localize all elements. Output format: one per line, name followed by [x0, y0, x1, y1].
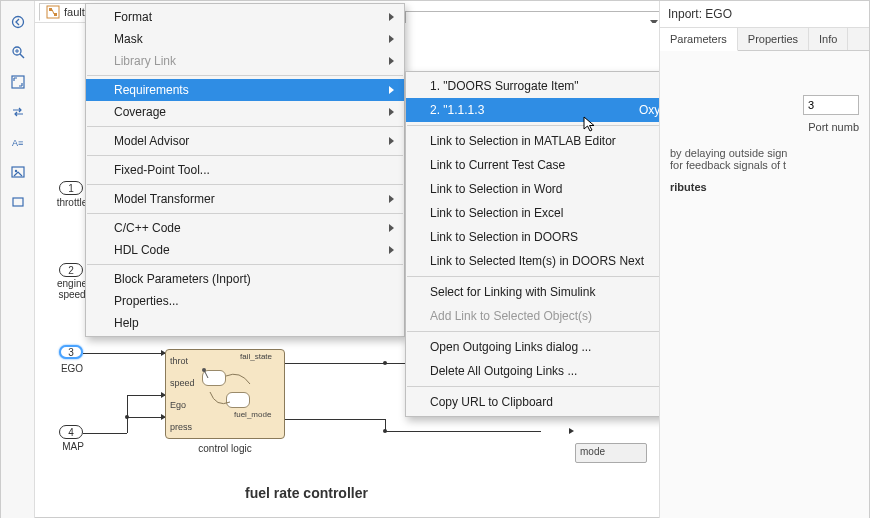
menu-separator — [87, 213, 403, 214]
submenu-item-label: Link to Current Test Case — [430, 158, 565, 172]
mode-block[interactable]: mode — [575, 443, 647, 463]
inport-2[interactable]: 2 — [59, 263, 83, 277]
menu-separator — [87, 126, 403, 127]
menu-item-coverage[interactable]: Coverage — [86, 101, 404, 123]
menu-item-hdl-code[interactable]: HDL Code — [86, 239, 404, 261]
svg-rect-12 — [54, 13, 57, 16]
submenu-item-label: 1. "DOORS Surrogate Item" — [430, 79, 579, 93]
tab-info[interactable]: Info — [809, 28, 848, 50]
port-number: 4 — [68, 427, 74, 438]
text-icon[interactable]: A≡ — [7, 131, 29, 153]
wire — [83, 433, 127, 434]
rect-icon[interactable] — [7, 191, 29, 213]
svg-text:A≡: A≡ — [12, 138, 23, 148]
submenu-arrow-icon — [389, 224, 394, 232]
canvas-title: fuel rate controller — [245, 485, 368, 501]
menu-item-c-c-code[interactable]: C/C++ Code — [86, 217, 404, 239]
pin-press: press — [170, 422, 192, 432]
port-number: 3 — [68, 347, 74, 358]
submenu-item-label: Link to Selection in Word — [430, 182, 563, 196]
menu-item-mask[interactable]: Mask — [86, 28, 404, 50]
pin-throt: throt — [170, 356, 188, 366]
port-number-input[interactable] — [803, 95, 859, 115]
context-menu: FormatMaskLibrary LinkRequirementsCovera… — [85, 3, 405, 337]
mode-label: mode — [580, 446, 605, 457]
menu-item-label: C/C++ Code — [114, 221, 181, 235]
wire — [127, 417, 128, 433]
inspector-body: Port numb by delaying outside sign for f… — [660, 51, 869, 201]
junction — [125, 415, 129, 419]
submenu-arrow-icon — [389, 137, 394, 145]
swap-icon[interactable] — [7, 101, 29, 123]
svg-point-8 — [14, 170, 16, 172]
menu-item-label: Coverage — [114, 105, 166, 119]
inport-3-selected[interactable]: 3 — [59, 345, 83, 359]
wire — [285, 419, 385, 420]
svg-rect-9 — [13, 198, 23, 206]
menu-separator — [87, 184, 403, 185]
tab-parameters[interactable]: Parameters — [660, 28, 738, 51]
menu-item-label: HDL Code — [114, 243, 170, 257]
submenu-item-label: Add Link to Selected Object(s) — [430, 309, 592, 323]
menu-item-format[interactable]: Format — [86, 6, 404, 28]
menu-item-block-parameters-inport[interactable]: Block Parameters (Inport) — [86, 268, 404, 290]
port-label-text: Port numb — [808, 121, 859, 133]
left-toolbar: A≡ — [1, 1, 35, 518]
submenu-item-label: Link to Selection in Excel — [430, 206, 563, 220]
submenu-arrow-icon — [389, 13, 394, 21]
menu-separator — [87, 155, 403, 156]
wire — [127, 395, 165, 396]
menu-separator — [87, 264, 403, 265]
menu-item-properties[interactable]: Properties... — [86, 290, 404, 312]
submenu-item-label: Select for Linking with Simulink — [430, 285, 595, 299]
menu-item-label: Block Parameters (Inport) — [114, 272, 251, 286]
menu-item-model-transformer[interactable]: Model Transformer — [86, 188, 404, 210]
out-failstate: fail_state — [240, 352, 272, 361]
menu-item-label: Library Link — [114, 54, 176, 68]
submenu-arrow-icon — [389, 86, 394, 94]
control-logic-box: throt speed Ego press fail_state fuel_mo… — [165, 349, 285, 439]
menu-item-label: Fixed-Point Tool... — [114, 163, 210, 177]
menu-item-label: Properties... — [114, 294, 179, 308]
submenu-item-label: Link to Selected Item(s) in DOORS Next — [430, 254, 644, 268]
zoom-icon[interactable] — [7, 41, 29, 63]
submenu-arrow-icon — [389, 246, 394, 254]
port-number: 2 — [68, 265, 74, 276]
svg-rect-11 — [49, 8, 52, 11]
submenu-arrow-icon — [389, 195, 394, 203]
menu-separator — [87, 75, 403, 76]
submenu-arrow-icon — [389, 108, 394, 116]
menu-item-model-advisor[interactable]: Model Advisor — [86, 130, 404, 152]
state-arrows-icon — [200, 366, 260, 416]
inport-4[interactable]: 4 — [59, 425, 83, 439]
junction — [383, 429, 387, 433]
control-logic-block[interactable]: throt speed Ego press fail_state fuel_mo… — [165, 343, 285, 453]
back-icon[interactable] — [7, 11, 29, 33]
menu-item-fixed-point-tool[interactable]: Fixed-Point Tool... — [86, 159, 404, 181]
menu-item-help[interactable]: Help — [86, 312, 404, 334]
inport-1[interactable]: 1 — [59, 181, 83, 195]
fit-icon[interactable] — [7, 71, 29, 93]
svg-line-2 — [20, 54, 24, 58]
junction — [383, 361, 387, 365]
inspector-tabs: Parameters Properties Info — [660, 28, 869, 51]
pin-speed: speed — [170, 378, 195, 388]
attributes-heading: ributes — [670, 181, 859, 193]
menu-item-label: Model Transformer — [114, 192, 215, 206]
port-number: 1 — [68, 183, 74, 194]
wire — [385, 431, 541, 432]
svg-point-0 — [12, 17, 23, 28]
desc-line-1: by delaying outside sign — [670, 147, 859, 159]
wire — [127, 417, 165, 418]
control-logic-caption: control logic — [165, 443, 285, 454]
menu-item-label: Requirements — [114, 83, 189, 97]
tab-properties[interactable]: Properties — [738, 28, 809, 50]
model-tab[interactable]: fault — [39, 3, 92, 21]
port-label-map: MAP — [59, 441, 87, 452]
image-icon[interactable] — [7, 161, 29, 183]
submenu-item-label: 2. "1.1.1.3 — [430, 103, 484, 117]
wire — [83, 353, 165, 354]
port-number-field — [670, 95, 859, 115]
menu-item-requirements[interactable]: Requirements — [86, 79, 404, 101]
pin-ego: Ego — [170, 400, 186, 410]
